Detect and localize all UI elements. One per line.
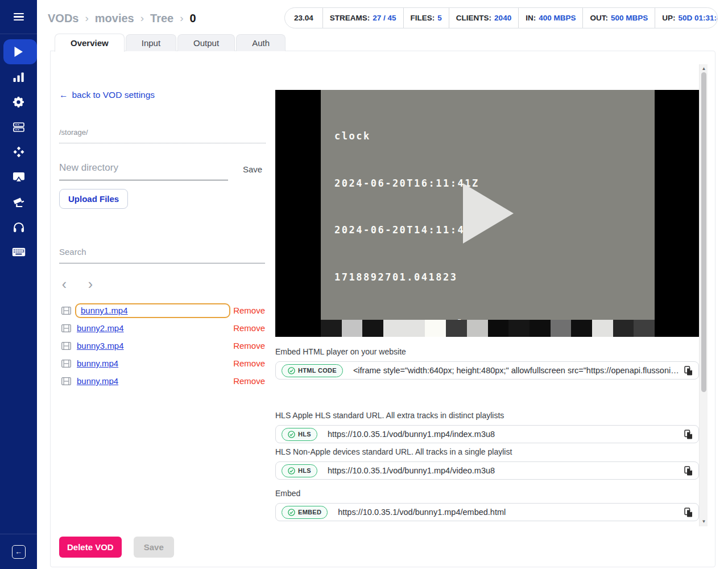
tab-auth[interactable]: Auth: [236, 34, 286, 51]
prev-page-button[interactable]: ‹: [59, 278, 69, 290]
status-clients: CLIENTS:2040: [449, 8, 518, 28]
storage-path-label: /storage/: [59, 128, 266, 143]
film-icon: [61, 307, 71, 315]
check-circle-icon: [288, 431, 295, 438]
tab-output[interactable]: Output: [177, 34, 235, 51]
check-circle-icon: [288, 467, 295, 475]
file-link[interactable]: bunny1.mp4: [81, 306, 128, 315]
sidebar: ←: [0, 0, 37, 569]
file-link[interactable]: bunny.mp4: [77, 358, 118, 368]
breadcrumb: VODs › movies › Tree › 0: [48, 10, 196, 27]
focused-file-outline: bunny1.mp4: [75, 303, 230, 318]
scrollbar[interactable]: ▲ ▼: [699, 64, 708, 526]
new-directory-input[interactable]: [59, 162, 228, 180]
hls-badge: HLS: [282, 428, 317, 441]
footer-actions: Delete VOD Save: [59, 537, 174, 558]
grayscale-bar: [530, 320, 551, 337]
sidebar-item-media[interactable]: [0, 39, 37, 64]
file-link[interactable]: bunny3.mp4: [77, 341, 124, 351]
hls-apple-field: HLS https://10.0.35.1/vod/bunny1.mp4/ind…: [275, 425, 699, 443]
video-player[interactable]: clock 2024-06-20T16:11:41Z 2024-06-20T14…: [275, 90, 699, 337]
sidebar-item-terminal[interactable]: [0, 240, 37, 265]
copy-icon: [684, 466, 693, 476]
tab-overview[interactable]: Overview: [55, 34, 125, 52]
status-files: FILES:5: [403, 8, 449, 28]
menu-toggle-icon[interactable]: [14, 13, 24, 20]
breadcrumb-item-current: 0: [190, 12, 196, 25]
sidebar-item-cameras[interactable]: [0, 189, 37, 215]
breadcrumb-item-movies[interactable]: movies: [95, 12, 134, 25]
sidebar-item-statistics[interactable]: [0, 64, 37, 89]
bar-chart-icon: [13, 72, 24, 82]
copy-button[interactable]: [684, 366, 693, 376]
scroll-up-icon[interactable]: ▲: [700, 65, 708, 72]
next-page-button[interactable]: ›: [85, 278, 96, 290]
gear-icon: [13, 96, 24, 108]
html-code-badge: HTML CODE: [282, 364, 343, 377]
status-in: IN:400 MBPS: [518, 8, 582, 28]
file-link[interactable]: bunny2.mp4: [77, 323, 124, 333]
remove-button[interactable]: Remove: [233, 358, 265, 368]
arrow-left-icon: ←: [59, 90, 68, 100]
tab-input[interactable]: Input: [126, 34, 176, 51]
delete-vod-button[interactable]: Delete VOD: [59, 537, 122, 558]
file-link[interactable]: bunny.mp4: [77, 376, 118, 386]
keyboard-icon: [12, 248, 26, 257]
grayscale-bars: [321, 320, 655, 337]
upload-files-button[interactable]: Upload Files: [59, 189, 128, 209]
embed-page-label: Embed: [275, 489, 300, 498]
file-row: bunny1.mp4 Remove: [59, 302, 265, 319]
remove-button[interactable]: Remove: [233, 341, 265, 351]
version-badge: 23.04: [285, 8, 322, 28]
sidebar-item-settings[interactable]: [0, 89, 37, 114]
copy-button[interactable]: [684, 466, 693, 476]
status-streams: STREAMS:27 / 45: [322, 8, 403, 28]
embed-html-label: Embed HTML player on your website: [275, 347, 406, 356]
new-directory-row: Save: [59, 162, 266, 180]
scroll-down-icon[interactable]: ▼: [700, 518, 708, 525]
embed-html-code: <iframe style="width:640px; height:480px…: [353, 366, 680, 375]
save-button[interactable]: Save: [134, 537, 174, 558]
grayscale-bar: [362, 320, 383, 337]
breadcrumb-item-tree[interactable]: Tree: [150, 12, 173, 25]
play-icon: [14, 46, 23, 57]
grayscale-bar: [551, 320, 572, 337]
grayscale-bar: [342, 320, 363, 337]
sidebar-item-storage[interactable]: [0, 114, 37, 139]
server-icon: [13, 122, 24, 132]
remove-button[interactable]: Remove: [233, 306, 265, 315]
copy-button[interactable]: [684, 430, 693, 439]
copy-button[interactable]: [684, 508, 693, 517]
play-button[interactable]: [463, 183, 514, 244]
breadcrumb-item-vods[interactable]: VODs: [48, 12, 78, 25]
hls-nonapple-field: HLS https://10.0.35.1/vod/bunny1.mp4/vid…: [275, 461, 699, 480]
hls-apple-url: https://10.0.35.1/vod/bunny1.mp4/index.m…: [328, 430, 680, 439]
sidebar-item-cluster[interactable]: [0, 139, 37, 164]
back-link-label: back to VOD settings: [72, 90, 155, 100]
sidebar-collapse-button[interactable]: ←: [12, 545, 26, 559]
hls-nonapple-url: https://10.0.35.1/vod/bunny1.mp4/video.m…: [328, 466, 680, 475]
scrollbar-thumb[interactable]: [701, 72, 706, 392]
video-frame: clock 2024-06-20T16:11:41Z 2024-06-20T14…: [321, 90, 655, 337]
check-circle-icon: [288, 367, 295, 374]
hls-nonapple-label: HLS Non-Apple devices standard URL. All …: [275, 447, 512, 456]
save-directory-button[interactable]: Save: [243, 164, 262, 180]
grayscale-bar: [321, 320, 342, 337]
file-row: bunny2.mp4 Remove: [59, 319, 265, 337]
arrow-left-icon: ←: [15, 547, 22, 556]
file-row: bunny3.mp4 Remove: [59, 337, 265, 354]
camera-icon: [13, 197, 25, 208]
remove-button[interactable]: Remove: [233, 323, 265, 333]
sidebar-item-screens[interactable]: [0, 164, 37, 189]
back-link[interactable]: ← back to VOD settings: [59, 90, 155, 100]
file-row: bunny.mp4 Remove: [59, 354, 265, 372]
grayscale-bar: [613, 320, 634, 337]
grayscale-bar: [508, 320, 530, 337]
search-input[interactable]: [59, 247, 265, 263]
remove-button[interactable]: Remove: [233, 376, 265, 386]
film-icon: [61, 342, 71, 350]
headphones-icon: [13, 222, 24, 233]
sidebar-item-support[interactable]: [0, 215, 37, 240]
check-circle-icon: [288, 509, 295, 516]
copy-icon: [684, 508, 693, 517]
